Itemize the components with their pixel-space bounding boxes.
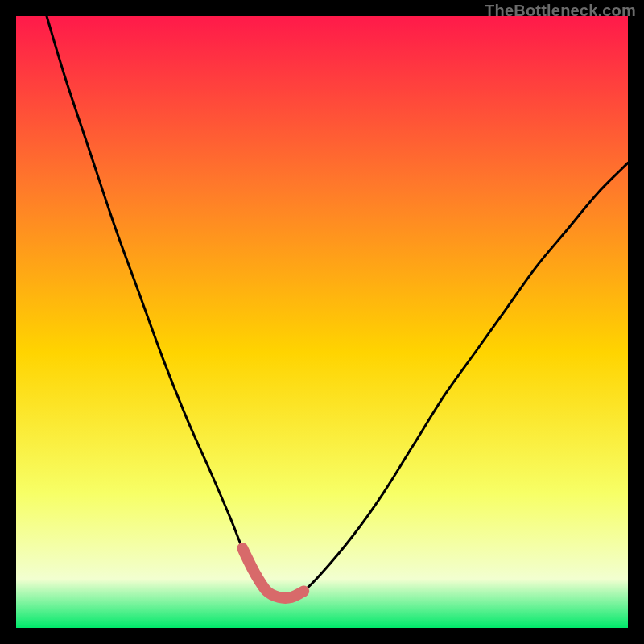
plot-area	[16, 16, 628, 628]
bottleneck-curve	[47, 16, 628, 598]
optimal-range-highlight	[242, 548, 303, 598]
chart-stage: TheBottleneck.com	[0, 0, 644, 644]
curve-layer	[16, 16, 628, 628]
